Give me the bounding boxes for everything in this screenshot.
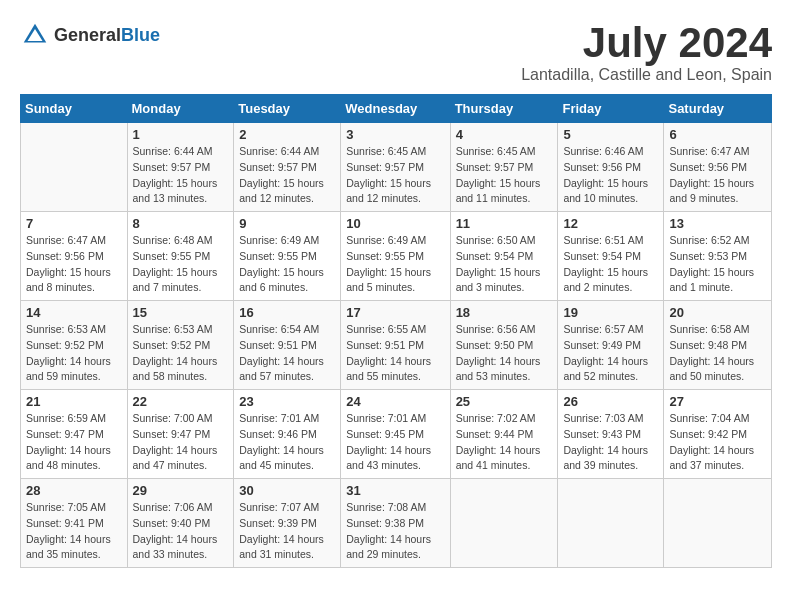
header-day-monday: Monday [127,95,234,123]
day-number: 3 [346,127,444,142]
day-cell: 6Sunrise: 6:47 AMSunset: 9:56 PMDaylight… [664,123,772,212]
title-block: July 2024 Lantadilla, Castille and Leon,… [521,20,772,84]
week-row-5: 28Sunrise: 7:05 AMSunset: 9:41 PMDayligh… [21,479,772,568]
day-info: Sunrise: 6:58 AMSunset: 9:48 PMDaylight:… [669,322,766,385]
day-info: Sunrise: 7:08 AMSunset: 9:38 PMDaylight:… [346,500,444,563]
calendar-location: Lantadilla, Castille and Leon, Spain [521,66,772,84]
logo-text-blue: Blue [121,25,160,45]
header-day-saturday: Saturday [664,95,772,123]
day-number: 19 [563,305,658,320]
day-number: 8 [133,216,229,231]
day-number: 26 [563,394,658,409]
header-row: SundayMondayTuesdayWednesdayThursdayFrid… [21,95,772,123]
day-info: Sunrise: 7:04 AMSunset: 9:42 PMDaylight:… [669,411,766,474]
day-cell: 11Sunrise: 6:50 AMSunset: 9:54 PMDayligh… [450,212,558,301]
day-cell: 5Sunrise: 6:46 AMSunset: 9:56 PMDaylight… [558,123,664,212]
day-info: Sunrise: 6:50 AMSunset: 9:54 PMDaylight:… [456,233,553,296]
day-number: 15 [133,305,229,320]
day-cell: 16Sunrise: 6:54 AMSunset: 9:51 PMDayligh… [234,301,341,390]
day-info: Sunrise: 7:00 AMSunset: 9:47 PMDaylight:… [133,411,229,474]
day-info: Sunrise: 7:03 AMSunset: 9:43 PMDaylight:… [563,411,658,474]
day-info: Sunrise: 7:02 AMSunset: 9:44 PMDaylight:… [456,411,553,474]
day-info: Sunrise: 6:47 AMSunset: 9:56 PMDaylight:… [26,233,122,296]
day-info: Sunrise: 6:48 AMSunset: 9:55 PMDaylight:… [133,233,229,296]
day-cell: 8Sunrise: 6:48 AMSunset: 9:55 PMDaylight… [127,212,234,301]
header-day-wednesday: Wednesday [341,95,450,123]
day-number: 12 [563,216,658,231]
day-number: 5 [563,127,658,142]
day-number: 10 [346,216,444,231]
day-info: Sunrise: 6:45 AMSunset: 9:57 PMDaylight:… [456,144,553,207]
day-cell: 1Sunrise: 6:44 AMSunset: 9:57 PMDaylight… [127,123,234,212]
day-cell: 15Sunrise: 6:53 AMSunset: 9:52 PMDayligh… [127,301,234,390]
day-info: Sunrise: 6:59 AMSunset: 9:47 PMDaylight:… [26,411,122,474]
page-header: GeneralBlue July 2024 Lantadilla, Castil… [20,20,772,84]
day-info: Sunrise: 6:46 AMSunset: 9:56 PMDaylight:… [563,144,658,207]
day-info: Sunrise: 6:57 AMSunset: 9:49 PMDaylight:… [563,322,658,385]
day-cell: 27Sunrise: 7:04 AMSunset: 9:42 PMDayligh… [664,390,772,479]
day-number: 29 [133,483,229,498]
day-info: Sunrise: 7:01 AMSunset: 9:46 PMDaylight:… [239,411,335,474]
week-row-2: 7Sunrise: 6:47 AMSunset: 9:56 PMDaylight… [21,212,772,301]
week-row-4: 21Sunrise: 6:59 AMSunset: 9:47 PMDayligh… [21,390,772,479]
day-info: Sunrise: 7:01 AMSunset: 9:45 PMDaylight:… [346,411,444,474]
day-cell: 2Sunrise: 6:44 AMSunset: 9:57 PMDaylight… [234,123,341,212]
day-cell [664,479,772,568]
day-number: 27 [669,394,766,409]
day-info: Sunrise: 6:45 AMSunset: 9:57 PMDaylight:… [346,144,444,207]
day-number: 2 [239,127,335,142]
day-number: 25 [456,394,553,409]
day-cell: 4Sunrise: 6:45 AMSunset: 9:57 PMDaylight… [450,123,558,212]
day-cell: 28Sunrise: 7:05 AMSunset: 9:41 PMDayligh… [21,479,128,568]
day-number: 23 [239,394,335,409]
day-cell: 29Sunrise: 7:06 AMSunset: 9:40 PMDayligh… [127,479,234,568]
day-info: Sunrise: 6:44 AMSunset: 9:57 PMDaylight:… [239,144,335,207]
day-cell: 21Sunrise: 6:59 AMSunset: 9:47 PMDayligh… [21,390,128,479]
day-cell: 20Sunrise: 6:58 AMSunset: 9:48 PMDayligh… [664,301,772,390]
day-cell: 18Sunrise: 6:56 AMSunset: 9:50 PMDayligh… [450,301,558,390]
day-number: 21 [26,394,122,409]
day-info: Sunrise: 6:44 AMSunset: 9:57 PMDaylight:… [133,144,229,207]
day-number: 28 [26,483,122,498]
day-number: 31 [346,483,444,498]
day-info: Sunrise: 6:52 AMSunset: 9:53 PMDaylight:… [669,233,766,296]
day-cell: 24Sunrise: 7:01 AMSunset: 9:45 PMDayligh… [341,390,450,479]
day-number: 17 [346,305,444,320]
day-number: 22 [133,394,229,409]
week-row-1: 1Sunrise: 6:44 AMSunset: 9:57 PMDaylight… [21,123,772,212]
day-number: 24 [346,394,444,409]
header-day-sunday: Sunday [21,95,128,123]
day-info: Sunrise: 6:53 AMSunset: 9:52 PMDaylight:… [133,322,229,385]
day-number: 4 [456,127,553,142]
logo: GeneralBlue [20,20,160,50]
day-cell [450,479,558,568]
day-cell: 10Sunrise: 6:49 AMSunset: 9:55 PMDayligh… [341,212,450,301]
day-cell: 9Sunrise: 6:49 AMSunset: 9:55 PMDaylight… [234,212,341,301]
day-info: Sunrise: 6:53 AMSunset: 9:52 PMDaylight:… [26,322,122,385]
day-info: Sunrise: 6:56 AMSunset: 9:50 PMDaylight:… [456,322,553,385]
day-cell: 25Sunrise: 7:02 AMSunset: 9:44 PMDayligh… [450,390,558,479]
day-cell [21,123,128,212]
day-cell: 22Sunrise: 7:00 AMSunset: 9:47 PMDayligh… [127,390,234,479]
day-cell: 23Sunrise: 7:01 AMSunset: 9:46 PMDayligh… [234,390,341,479]
day-info: Sunrise: 6:55 AMSunset: 9:51 PMDaylight:… [346,322,444,385]
day-number: 7 [26,216,122,231]
day-number: 14 [26,305,122,320]
logo-text-general: General [54,25,121,45]
day-number: 13 [669,216,766,231]
week-row-3: 14Sunrise: 6:53 AMSunset: 9:52 PMDayligh… [21,301,772,390]
logo-icon [20,20,50,50]
day-cell: 7Sunrise: 6:47 AMSunset: 9:56 PMDaylight… [21,212,128,301]
day-cell: 13Sunrise: 6:52 AMSunset: 9:53 PMDayligh… [664,212,772,301]
header-day-tuesday: Tuesday [234,95,341,123]
day-cell: 26Sunrise: 7:03 AMSunset: 9:43 PMDayligh… [558,390,664,479]
day-cell: 17Sunrise: 6:55 AMSunset: 9:51 PMDayligh… [341,301,450,390]
header-day-thursday: Thursday [450,95,558,123]
calendar-title: July 2024 [521,20,772,66]
day-info: Sunrise: 7:05 AMSunset: 9:41 PMDaylight:… [26,500,122,563]
day-info: Sunrise: 6:47 AMSunset: 9:56 PMDaylight:… [669,144,766,207]
header-day-friday: Friday [558,95,664,123]
day-cell [558,479,664,568]
day-number: 30 [239,483,335,498]
day-info: Sunrise: 7:06 AMSunset: 9:40 PMDaylight:… [133,500,229,563]
